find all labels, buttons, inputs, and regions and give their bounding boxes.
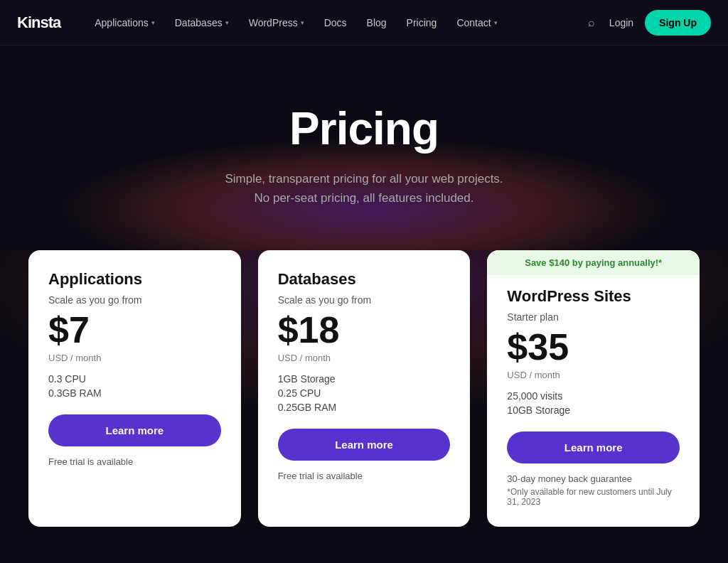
nav-label-databases: Databases [175, 17, 223, 28]
databases-card-title: Databases [278, 270, 451, 289]
wordpress-card-price-unit: USD / month [507, 370, 680, 380]
nav-label-pricing: Pricing [407, 17, 437, 28]
databases-spec-ram: 0.25GB RAM [278, 402, 451, 413]
nav-item-contact[interactable]: Contact ▾ [448, 11, 505, 34]
nav-item-pricing[interactable]: Pricing [398, 11, 446, 34]
nav-item-wordpress[interactable]: WordPress ▾ [240, 11, 313, 34]
applications-learn-more-button[interactable]: Learn more [48, 414, 221, 446]
hero-section: Pricing Simple, transparent pricing for … [0, 45, 728, 250]
navbar: Kinsta Applications ▾ Databases ▾ WordPr… [0, 0, 728, 45]
cards-container: Applications Scale as you go from $7 USD… [28, 250, 700, 526]
wordpress-learn-more-button[interactable]: Learn more [507, 431, 680, 463]
nav-links: Applications ▾ Databases ▾ WordPress ▾ D… [86, 11, 585, 34]
databases-learn-more-button[interactable]: Learn more [278, 429, 451, 461]
search-icon[interactable]: ⌕ [585, 14, 598, 32]
databases-card-note: Free trial is available [278, 471, 451, 481]
page-title: Pricing [14, 102, 714, 155]
applications-spec-ram: 0.3GB RAM [48, 387, 221, 399]
applications-card: Applications Scale as you go from $7 USD… [28, 250, 241, 526]
wordpress-card-price: $35 [507, 327, 680, 368]
chevron-down-icon: ▾ [301, 19, 304, 26]
nav-item-applications[interactable]: Applications ▾ [86, 11, 164, 34]
wordpress-save-banner: Save $140 by paying annually!* [487, 250, 700, 275]
applications-card-price: $7 [48, 310, 221, 350]
nav-item-docs[interactable]: Docs [316, 11, 355, 34]
wordpress-card-note-small: *Only available for new customers until … [507, 487, 680, 507]
nav-label-contact: Contact [456, 17, 491, 28]
databases-spec-cpu: 0.25 CPU [278, 387, 451, 399]
login-button[interactable]: Login [609, 17, 633, 28]
databases-card: Databases Scale as you go from $18 USD /… [258, 250, 471, 526]
nav-label-blog: Blog [367, 17, 387, 28]
chevron-down-icon: ▾ [225, 19, 229, 26]
applications-card-title: Applications [48, 270, 221, 289]
wordpress-card: Save $140 by paying annually!* WordPress… [487, 250, 700, 526]
wordpress-card-title: WordPress Sites [507, 287, 680, 306]
applications-card-price-unit: USD / month [48, 353, 221, 363]
databases-card-price: $18 [278, 310, 451, 350]
databases-card-subtitle: Scale as you go from [278, 294, 451, 306]
nav-label-docs: Docs [324, 17, 347, 28]
chevron-down-icon: ▾ [151, 19, 155, 26]
applications-spec-cpu: 0.3 CPU [48, 373, 221, 385]
applications-card-subtitle: Scale as you go from [48, 294, 221, 306]
wordpress-spec-visits: 25,000 visits [507, 390, 680, 402]
logo[interactable]: Kinsta [17, 14, 60, 32]
pricing-section: Applications Scale as you go from $7 USD… [0, 250, 728, 563]
chevron-down-icon: ▾ [494, 19, 498, 26]
wordpress-card-note: 30-day money back guarantee [507, 473, 680, 484]
nav-right: ⌕ Login Sign Up [585, 10, 711, 36]
nav-label-applications: Applications [95, 17, 149, 28]
wordpress-spec-storage: 10GB Storage [507, 404, 680, 416]
hero-description: Simple, transparent pricing for all your… [14, 169, 714, 208]
wordpress-plan-label: Starter plan [507, 311, 680, 323]
nav-item-databases[interactable]: Databases ▾ [166, 11, 237, 34]
nav-item-blog[interactable]: Blog [358, 11, 395, 34]
nav-label-wordpress: WordPress [249, 17, 298, 28]
signup-button[interactable]: Sign Up [645, 10, 711, 36]
applications-card-note: Free trial is available [48, 456, 221, 467]
databases-spec-storage: 1GB Storage [278, 373, 451, 385]
databases-card-price-unit: USD / month [278, 353, 451, 363]
